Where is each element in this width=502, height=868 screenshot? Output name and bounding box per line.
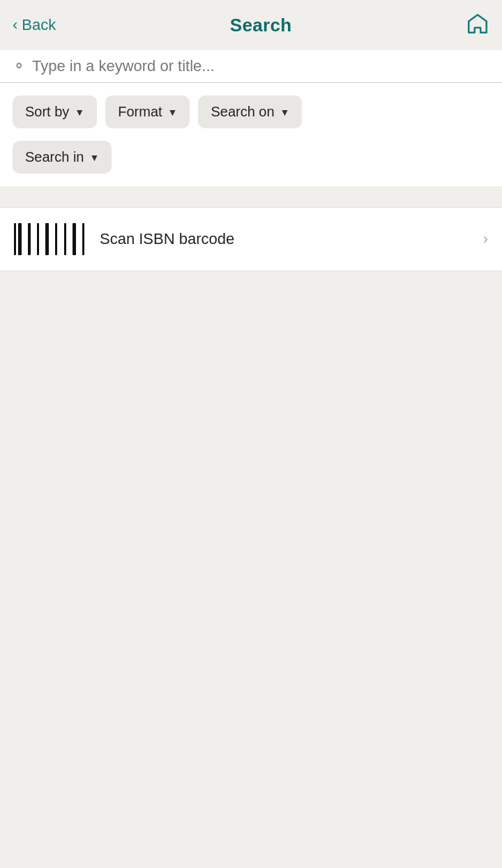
scan-isbn-row[interactable]: Scan ISBN barcode › [0, 208, 502, 271]
home-icon [466, 12, 489, 36]
filter-area: Sort by ▼ Format ▼ Search on ▼ Search in… [0, 83, 502, 186]
scan-section: Scan ISBN barcode › [0, 207, 502, 271]
format-chevron-icon: ▼ [168, 107, 178, 118]
sort-by-label: Sort by [25, 104, 69, 120]
search-in-chevron-icon: ▼ [90, 152, 100, 163]
filter-row-2: Search in ▼ [13, 141, 489, 186]
search-in-label: Search in [25, 149, 84, 165]
back-label: Back [22, 16, 56, 34]
search-on-button[interactable]: Search on ▼ [198, 96, 302, 128]
search-input[interactable] [32, 57, 489, 75]
chevron-right-icon: › [483, 230, 488, 248]
filter-row-1: Sort by ▼ Format ▼ Search on ▼ [13, 96, 489, 141]
home-button[interactable] [466, 12, 489, 38]
page-title: Search [230, 15, 292, 36]
scan-isbn-label: Scan ISBN barcode [100, 230, 483, 248]
search-in-button[interactable]: Search in ▼ [13, 141, 112, 174]
back-button[interactable]: ‹ Back [13, 16, 56, 34]
search-bar: ⚬ [0, 50, 502, 83]
search-icon: ⚬ [13, 57, 25, 75]
format-label: Format [118, 104, 162, 120]
format-button[interactable]: Format ▼ [105, 96, 190, 128]
nav-bar: ‹ Back Search [0, 0, 502, 50]
search-on-label: Search on [211, 104, 274, 120]
barcode-icon [14, 223, 84, 255]
search-on-chevron-icon: ▼ [280, 107, 290, 118]
sort-by-button[interactable]: Sort by ▼ [13, 96, 97, 128]
chevron-left-icon: ‹ [13, 16, 17, 34]
sort-by-chevron-icon: ▼ [75, 107, 84, 118]
